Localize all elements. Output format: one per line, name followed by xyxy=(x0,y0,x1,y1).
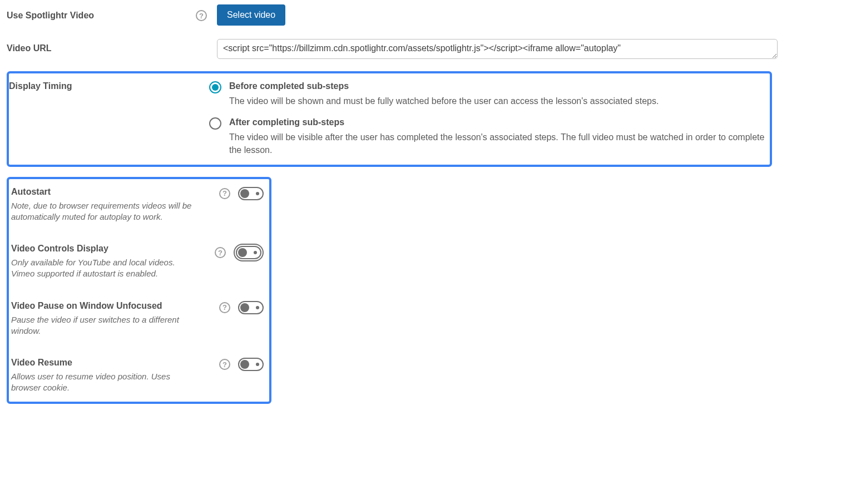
toggle-dot-icon xyxy=(256,306,259,309)
autostart-desc: Note, due to browser requirements videos… xyxy=(11,200,200,223)
display-timing-options: Before completed sub-steps The video wil… xyxy=(209,81,766,157)
toggle-label-col: Video Resume Allows user to resume video… xyxy=(9,358,219,394)
label-col: Video URL xyxy=(7,39,207,53)
use-spotlightr-row: Use Spotlightr Video ? Select video xyxy=(7,4,844,26)
toggle-knob-icon xyxy=(240,189,249,198)
video-resume-label: Video Resume xyxy=(11,358,219,368)
controls-display-row: Video Controls Display Only available fo… xyxy=(9,244,267,280)
display-timing-label: Display Timing xyxy=(9,81,72,91)
radio-icon[interactable] xyxy=(209,81,221,93)
video-resume-desc: Allows user to resume video position. Us… xyxy=(11,371,200,394)
help-icon[interactable]: ? xyxy=(215,247,226,258)
toggle-knob-icon xyxy=(238,248,247,257)
help-icon[interactable]: ? xyxy=(219,302,230,313)
control-col: Select video xyxy=(207,4,844,26)
pause-unfocused-label: Video Pause on Window Unfocused xyxy=(11,301,219,311)
radio-desc: The video will be visible after the user… xyxy=(229,131,766,156)
controls-display-desc: Only available for YouTube and local vid… xyxy=(11,257,200,280)
toggle-knob-icon xyxy=(240,360,249,369)
video-url-label: Video URL xyxy=(7,43,52,53)
help-icon[interactable]: ? xyxy=(219,188,230,199)
radio-title: Before completed sub-steps xyxy=(229,81,766,91)
radio-text: After completing sub-steps The video wil… xyxy=(229,117,766,156)
help-icon[interactable]: ? xyxy=(219,359,230,370)
toggle-label-col: Video Pause on Window Unfocused Pause th… xyxy=(9,301,219,337)
settings-form: Use Spotlightr Video ? Select video Vide… xyxy=(0,0,851,415)
toggle-label-col: Autostart Note, due to browser requireme… xyxy=(9,187,219,223)
display-timing-highlight: Display Timing Before completed sub-step… xyxy=(7,71,772,167)
toggle-ctrl-col: ? xyxy=(219,301,264,314)
display-timing-row: Display Timing Before completed sub-step… xyxy=(9,81,766,157)
select-video-button[interactable]: Select video xyxy=(217,4,285,26)
radio-desc: The video will be shown and must be full… xyxy=(229,95,766,107)
video-options-highlight: Autostart Note, due to browser requireme… xyxy=(7,177,271,404)
label-col: Use Spotlightr Video ? xyxy=(7,4,207,21)
autostart-row: Autostart Note, due to browser requireme… xyxy=(9,187,267,223)
toggle-ctrl-col: ? xyxy=(219,187,264,200)
pause-unfocused-row: Video Pause on Window Unfocused Pause th… xyxy=(9,301,267,337)
control-col xyxy=(207,39,844,61)
toggle-label-col: Video Controls Display Only available fo… xyxy=(9,244,215,280)
controls-display-label: Video Controls Display xyxy=(11,244,215,254)
toggle-dot-icon xyxy=(254,251,257,254)
toggle-ctrl-col: ? xyxy=(215,244,264,261)
video-url-row: Video URL xyxy=(7,39,844,61)
radio-icon[interactable] xyxy=(209,117,221,130)
radio-inner-icon xyxy=(212,84,219,91)
radio-option-before[interactable]: Before completed sub-steps The video wil… xyxy=(209,81,766,107)
help-icon[interactable]: ? xyxy=(196,10,207,21)
video-resume-row: Video Resume Allows user to resume video… xyxy=(9,358,267,394)
radio-option-after[interactable]: After completing sub-steps The video wil… xyxy=(209,117,766,156)
pause-unfocused-toggle[interactable] xyxy=(238,301,264,314)
video-resume-toggle[interactable] xyxy=(238,358,264,371)
radio-text: Before completed sub-steps The video wil… xyxy=(229,81,766,107)
toggle-ctrl-col: ? xyxy=(219,358,264,371)
controls-display-toggle[interactable] xyxy=(236,246,261,259)
toggle-dot-icon xyxy=(256,192,259,195)
autostart-toggle[interactable] xyxy=(238,187,264,200)
toggle-focus-ring xyxy=(234,244,264,261)
label-col: Display Timing xyxy=(9,81,209,91)
pause-unfocused-desc: Pause the video if user switches to a di… xyxy=(11,314,200,337)
video-url-input[interactable] xyxy=(217,39,778,59)
radio-title: After completing sub-steps xyxy=(229,117,766,127)
autostart-label: Autostart xyxy=(11,187,219,197)
toggle-knob-icon xyxy=(240,303,249,312)
use-spotlightr-label: Use Spotlightr Video xyxy=(7,11,94,21)
toggle-dot-icon xyxy=(256,363,259,366)
